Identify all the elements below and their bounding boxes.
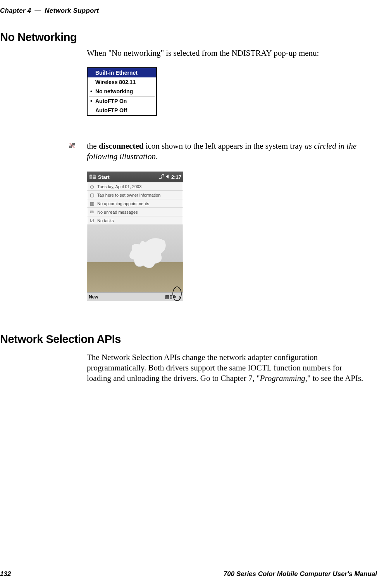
svg-rect-0	[69, 146, 72, 148]
row-text: Tuesday, April 01, 2003	[97, 184, 141, 189]
menu-item-label: Wireless 802.11	[95, 79, 136, 85]
text-pre: the	[87, 141, 99, 151]
pda-clock-time[interactable]: 2:17	[171, 174, 181, 180]
para2-italic: Programming	[260, 374, 305, 383]
messages-row[interactable]: ✉ No unread messages	[87, 208, 183, 216]
today-date-row[interactable]: ◷ Tuesday, April 01, 2003	[87, 182, 183, 191]
network-selection-paragraph: The Network Selection APIs change the ne…	[87, 352, 366, 384]
owner-icon: ▢	[89, 192, 95, 198]
menu-item-autoftp-off[interactable]: AutoFTP Off	[88, 106, 156, 115]
menu-item-label: No networking	[95, 88, 133, 94]
appointments-row[interactable]: ▥ No upcoming appointments	[87, 199, 183, 208]
text-post: .	[156, 152, 158, 161]
row-text: No upcoming appointments	[97, 201, 149, 206]
ndistray-popup-menu: Built-in Ethernet Wireless 802.11 No net…	[87, 67, 157, 116]
menu-item-label: AutoFTP Off	[95, 107, 127, 113]
text-mid: icon shown to the left appears in the sy…	[143, 141, 305, 151]
pda-start-label[interactable]: Start	[98, 174, 110, 180]
menu-item-built-in-ethernet[interactable]: Built-in Ethernet	[88, 68, 156, 77]
mail-icon: ✉	[89, 209, 95, 215]
para2-text2: ," to see the APIs.	[305, 374, 363, 383]
disconnected-icon	[69, 142, 75, 149]
row-text: No unread messages	[97, 210, 138, 214]
row-text: No tasks	[97, 218, 114, 223]
pda-taskbar: New ▤▯✎ ▵	[87, 292, 183, 301]
intro-paragraph: When "No networking" is selected from th…	[87, 48, 366, 58]
pda-wallpaper	[87, 225, 183, 292]
calendar-icon: ▥	[89, 201, 95, 207]
chapter-label: Chapter 4	[0, 7, 31, 14]
pda-titlebar-tray: 2:17	[159, 174, 181, 180]
taskbar-tray-icons[interactable]: ▤▯✎ ▵	[165, 294, 181, 300]
running-head: Chapter 4 — Network Support	[0, 7, 99, 15]
chapter-title: Network Support	[45, 7, 99, 14]
clock-icon: ◷	[89, 183, 95, 190]
taskbar-new-button[interactable]: New	[89, 294, 98, 300]
running-head-dash: —	[33, 7, 43, 14]
tasks-icon: ☑	[89, 218, 95, 224]
page-footer: 132 700 Series Color Mobile Computer Use…	[0, 570, 377, 578]
menu-item-autoftp-on[interactable]: AutoFTP On	[88, 96, 156, 106]
pda-screenshot: Start 2:17 ◷ Tuesday, April 01, 2003 ▢ T…	[87, 171, 183, 300]
speaker-icon[interactable]	[165, 174, 170, 180]
text-bold: disconnected	[99, 141, 144, 151]
page-number: 132	[0, 570, 11, 578]
disconnected-icon-paragraph: the disconnected icon shown to the left …	[87, 141, 367, 162]
tasks-row[interactable]: ☑ No tasks	[87, 216, 183, 225]
book-title: 700 Series Color Mobile Computer User's …	[224, 570, 377, 578]
pda-titlebar: Start 2:17	[87, 172, 183, 182]
menu-item-label: Built-in Ethernet	[95, 70, 138, 76]
heading-network-selection-apis: Network Selection APIs	[0, 333, 121, 346]
menu-item-label: AutoFTP On	[95, 98, 127, 104]
owner-info-row[interactable]: ▢ Tap here to set owner information	[87, 191, 183, 199]
row-text: Tap here to set owner information	[97, 193, 160, 197]
menu-item-no-networking[interactable]: No networking	[88, 87, 156, 96]
windows-flag-icon	[89, 173, 96, 181]
connectivity-icon[interactable]	[159, 174, 164, 180]
menu-item-wireless-80211[interactable]: Wireless 802.11	[88, 77, 156, 87]
heading-no-networking: No Networking	[0, 31, 77, 44]
